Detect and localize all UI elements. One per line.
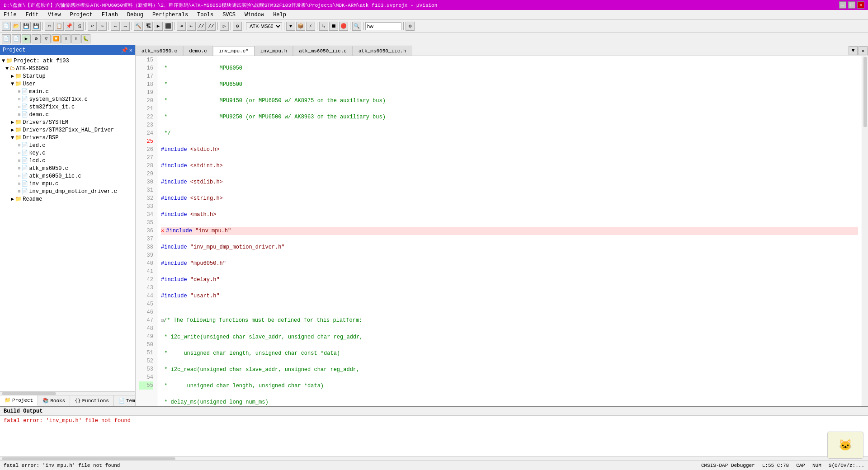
indent-button[interactable]: ⇥: [177, 22, 186, 31]
tab-books[interactable]: 📚 Books: [38, 395, 70, 406]
tab-project[interactable]: 📁 Project: [0, 395, 38, 406]
tree-item-inv-mpu-c[interactable]: ⊞ 📄 inv_mpu.c: [0, 180, 135, 188]
second-toolbar: 📄 📄 ▶ ⚙ ▽ 🔽 ⬆ ⬇ 🐛: [0, 33, 868, 45]
open-file-button[interactable]: 📂: [12, 22, 21, 31]
nav-fwd-button[interactable]: →: [121, 22, 130, 31]
tree-item-readme[interactable]: ▶ 📁 Readme: [0, 195, 135, 203]
tb2-btn1[interactable]: 📄: [2, 34, 11, 43]
menu-svcs[interactable]: SVCS: [221, 11, 237, 19]
sidebar-pin-button[interactable]: 📌: [121, 47, 128, 54]
settings-button[interactable]: ⚙: [406, 22, 415, 31]
tree-item-drivers-system[interactable]: ▶ 📁 Drivers/SYSTEM: [0, 118, 135, 126]
tb2-btn5[interactable]: ▽: [42, 34, 51, 43]
nav-back-button[interactable]: ←: [111, 22, 120, 31]
debug-stop-button[interactable]: ⏹: [329, 22, 338, 31]
menu-help[interactable]: Help: [271, 11, 288, 19]
search-input[interactable]: [365, 22, 401, 30]
minimize-button[interactable]: —: [839, 1, 846, 9]
paste-button[interactable]: 📌: [65, 22, 74, 31]
zoom-in-button[interactable]: 🔍: [352, 22, 361, 31]
tb2-btn8[interactable]: ⬇: [71, 34, 80, 43]
tree-item-key-c[interactable]: ⊞ 📄 key.c: [0, 149, 135, 157]
select-button[interactable]: ▼: [286, 22, 295, 31]
tb2-btn4[interactable]: ⚙: [32, 34, 41, 43]
print-button[interactable]: 🖨: [75, 22, 84, 31]
save-button[interactable]: 💾: [22, 22, 31, 31]
tab-atk-ms6050-iic-c[interactable]: atk_ms6050_iic.c: [293, 46, 353, 56]
menu-debug[interactable]: Debug: [125, 11, 145, 19]
code-content[interactable]: * MPU6050 * MPU6500 * MPU9150 (or MPU605…: [157, 56, 862, 406]
menu-file[interactable]: File: [2, 11, 19, 19]
toolbar-sep-3: [108, 22, 109, 30]
tab-demo-c[interactable]: demo.c: [183, 46, 213, 56]
debug-start-button[interactable]: ▷: [220, 22, 229, 31]
menu-flash[interactable]: Flash: [100, 11, 120, 19]
tb2-btn7[interactable]: ⬆: [61, 34, 71, 43]
menu-project[interactable]: Project: [68, 11, 94, 19]
tab-atk-ms6050-c[interactable]: atk_ms6050.c: [136, 46, 183, 56]
target-options-button[interactable]: ⚙: [233, 22, 242, 31]
save-all-button[interactable]: 💾: [32, 22, 41, 31]
code-editor[interactable]: 15 16 17 18 19 20 21 22 23 24 25 26 27 2…: [136, 56, 868, 406]
tree-item-main-c[interactable]: ⊞ 📄 main.c: [0, 88, 135, 95]
tab-inv-mpu-h[interactable]: inv_mpu.h: [255, 46, 293, 56]
tab-close-button[interactable]: ✕: [859, 46, 868, 55]
build-output-content: fatal error: 'inv_mpu.h' file not found: [0, 416, 868, 456]
tree-item-atk-ms6050[interactable]: ▼ 🗁 ATK-MS6050: [0, 65, 135, 72]
tree-item-stm32-it[interactable]: ⊞ 📄 stm32f1xx_it.c: [0, 103, 135, 111]
new-file-button[interactable]: 📄: [2, 22, 11, 31]
menu-edit[interactable]: Edit: [24, 11, 41, 19]
tree-item-lcd-c[interactable]: ⊞ 📄 lcd.c: [0, 157, 135, 164]
tree-item-project[interactable]: ▼ 📁 Project: atk_f103: [0, 57, 135, 65]
stop-button[interactable]: ⬛: [164, 22, 173, 31]
tb2-btn2[interactable]: 📄: [12, 34, 21, 43]
tree-item-drivers-hal[interactable]: ▶ 📁 Drivers/STM32F1xx_HAL_Driver: [0, 126, 135, 134]
tree-item-user[interactable]: ▼ 📁 User: [0, 80, 135, 88]
undo-button[interactable]: ↩: [88, 22, 97, 31]
tree-item-atk-ms6050-iic-c[interactable]: ⊞ 📄 atk_ms6050_iic.c: [0, 172, 135, 180]
tree-item-demo-c[interactable]: ⊞ 📄 demo.c: [0, 111, 135, 118]
sidebar: Project 📌 ✕ ▼ 📁 Project: atk_f103 ▼ 🗁 AT…: [0, 45, 136, 406]
toolbar-sep-5: [175, 22, 175, 30]
tab-templates[interactable]: 📄 Templates: [114, 395, 136, 406]
tab-atk-ms6050-iic-h[interactable]: atk_ms6050_iic.h: [353, 46, 412, 56]
functions-tab-icon: {}: [75, 398, 80, 404]
toolbar-sep-2: [85, 22, 86, 30]
sidebar-close-button[interactable]: ✕: [129, 47, 132, 54]
tree-item-led-c[interactable]: ⊞ 📄 led.c: [0, 141, 135, 149]
manage-button[interactable]: 📦: [296, 22, 305, 31]
build-all-button[interactable]: 🏗: [144, 22, 153, 31]
uncomment-button[interactable]: //: [207, 22, 216, 31]
run-button[interactable]: ▶: [154, 22, 163, 31]
tree-item-drivers-bsp[interactable]: ▼ 📁 Drivers/BSP: [0, 134, 135, 141]
tb2-btn3[interactable]: ▶: [22, 34, 31, 43]
close-button[interactable]: ✕: [857, 1, 864, 9]
tree-item-startup[interactable]: ▶ 📁 Startup: [0, 72, 135, 80]
tab-inv-mpu-c[interactable]: inv_mpu.c*: [213, 46, 255, 56]
copy-button[interactable]: 📋: [55, 22, 64, 31]
debug-step-button[interactable]: ↳: [319, 22, 328, 31]
tb2-btn6[interactable]: 🔽: [52, 34, 61, 43]
menu-view[interactable]: View: [46, 11, 63, 19]
tree-item-system-stm32[interactable]: ⊞ 📄 system_stm32f1xx.c: [0, 95, 135, 103]
target-dropdown[interactable]: ATK-MS6050: [246, 22, 282, 30]
build-button[interactable]: 🔨: [134, 22, 143, 31]
tree-item-inv-mpu-dmp[interactable]: ⊞ 📄 inv_mpu_dmp_motion_driver.c: [0, 188, 135, 195]
menu-peripherals[interactable]: Peripherals: [151, 11, 190, 19]
num-lock-indicator: NUM: [812, 463, 821, 468]
tb2-btn9[interactable]: 🐛: [81, 34, 90, 43]
comment-button[interactable]: //: [197, 22, 206, 31]
tree-item-atk-ms6050-c[interactable]: ⊞ 📄 atk_ms6050.c: [0, 164, 135, 172]
tab-functions[interactable]: {} Functions: [70, 395, 114, 406]
menu-tools[interactable]: Tools: [195, 11, 215, 19]
cut-button[interactable]: ✂: [45, 22, 54, 31]
editor-scrollbar-right[interactable]: [862, 56, 868, 406]
outdent-button[interactable]: ⇤: [187, 22, 196, 31]
menu-window[interactable]: Window: [243, 11, 266, 19]
maximize-button[interactable]: □: [848, 1, 855, 9]
flash-download-button[interactable]: ⚡: [306, 22, 315, 31]
cat-widget[interactable]: 🐱: [827, 432, 863, 459]
breakpoint-button[interactable]: 🔴: [339, 22, 348, 31]
tab-list-button[interactable]: ▼: [849, 46, 858, 55]
redo-button[interactable]: ↪: [98, 22, 107, 31]
